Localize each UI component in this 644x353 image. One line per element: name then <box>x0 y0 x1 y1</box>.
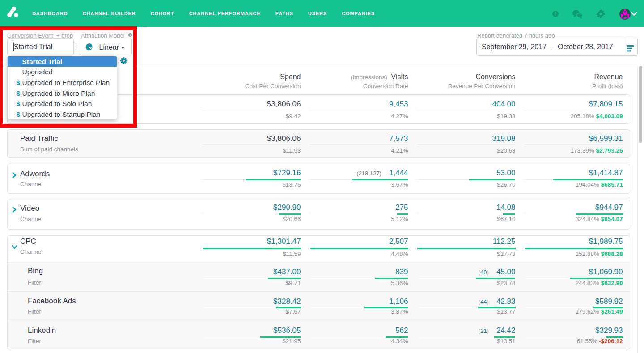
svg-text:?: ? <box>554 12 557 17</box>
